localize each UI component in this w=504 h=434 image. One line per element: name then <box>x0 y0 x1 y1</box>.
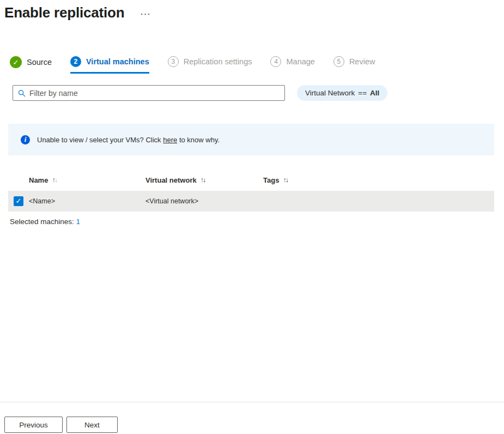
sort-icons: ↑↓ <box>52 176 57 184</box>
next-button[interactable]: Next <box>66 417 118 433</box>
search-icon <box>18 89 26 97</box>
filter-toolbar: Virtual Network == All <box>13 85 387 101</box>
page-header: Enable replication ··· <box>4 4 151 21</box>
step-number-badge: 2 <box>70 56 81 67</box>
step-virtual-machines[interactable]: 2 Virtual machines <box>70 56 149 74</box>
footer-divider <box>0 402 504 402</box>
sort-desc-icon: ↓ <box>203 176 205 184</box>
sort-icons: ↑↓ <box>283 176 288 184</box>
cell-name: <Name> <box>29 197 145 205</box>
row-checkbox[interactable]: ✓ <box>14 196 23 206</box>
step-label: Source <box>27 58 52 67</box>
step-number-badge: 4 <box>270 56 281 67</box>
step-label: Replication settings <box>184 57 252 66</box>
step-label: Review <box>349 57 375 66</box>
filter-value: All <box>370 89 379 97</box>
step-manage[interactable]: 4 Manage <box>270 56 314 74</box>
step-source[interactable]: ✓ Source <box>10 56 52 75</box>
sort-icons: ↑↓ <box>201 176 205 184</box>
step-review[interactable]: 5 Review <box>333 56 375 74</box>
wizard-footer: Previous Next <box>4 417 118 433</box>
column-header-name[interactable]: Name ↑↓ <box>29 176 145 184</box>
previous-button[interactable]: Previous <box>4 417 63 433</box>
virtual-network-filter-pill[interactable]: Virtual Network == All <box>297 85 387 101</box>
step-complete-check-icon: ✓ <box>10 56 22 68</box>
info-banner: i Unable to view / select your VMs? Clic… <box>8 124 494 155</box>
filter-operator: == <box>358 89 367 97</box>
column-header-virtual-network[interactable]: Virtual network ↑↓ <box>145 176 263 184</box>
step-replication-settings[interactable]: 3 Replication settings <box>168 56 252 74</box>
step-label: Manage <box>286 57 314 66</box>
summary-label: Selected machines: <box>10 218 74 226</box>
cell-virtual-network: <Virtual network> <box>145 197 263 205</box>
vm-table-row[interactable]: ✓ <Name> <Virtual network> <box>8 191 494 212</box>
vm-table-header: Name ↑↓ Virtual network ↑↓ Tags ↑↓ <box>8 169 494 191</box>
more-options-icon[interactable]: ··· <box>141 10 151 17</box>
banner-text: Unable to view / select your VMs? Click … <box>37 136 220 144</box>
sort-desc-icon: ↓ <box>54 176 57 184</box>
selected-count: 1 <box>76 218 81 226</box>
info-icon: i <box>21 135 30 144</box>
filter-by-name-input[interactable] <box>29 89 280 98</box>
column-header-tags[interactable]: Tags ↑↓ <box>263 176 494 184</box>
step-number-badge: 5 <box>333 56 344 67</box>
page-title: Enable replication <box>4 4 124 21</box>
step-number-badge: 3 <box>168 56 179 67</box>
filter-field: Virtual Network <box>305 89 355 97</box>
checkbox-cell: ✓ <box>8 196 29 206</box>
know-why-link[interactable]: here <box>163 136 177 144</box>
name-filter-box <box>13 85 285 101</box>
selected-machines-summary: Selected machines: 1 <box>10 218 80 226</box>
sort-desc-icon: ↓ <box>286 176 288 184</box>
wizard-steps: ✓ Source 2 Virtual machines 3 Replicatio… <box>10 56 375 75</box>
step-label: Virtual machines <box>86 57 149 66</box>
